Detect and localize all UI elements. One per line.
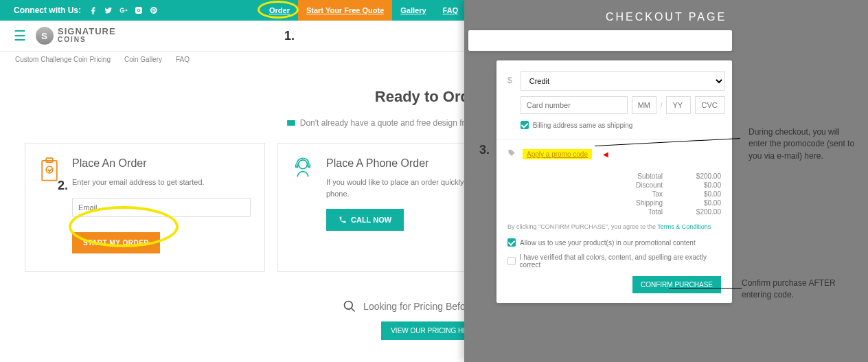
tax-value: $0.00 <box>683 190 721 198</box>
tax-label: Tax <box>608 190 663 198</box>
apply-promo-link[interactable]: Apply a promo code <box>523 149 592 159</box>
discount-value: $0.00 <box>683 181 721 189</box>
nav-order[interactable]: Order <box>261 0 298 21</box>
red-arrow-icon: ◀ <box>603 150 608 158</box>
card-order-title: Place An Order <box>72 157 251 170</box>
card-order-text: Enter your email address to get started. <box>72 177 251 188</box>
logo-coin-icon: S <box>36 27 54 45</box>
checkout-main-card: $ Credit / Billing address same as shipp… <box>496 60 732 303</box>
verified-checkbox[interactable]: I have verified that all colors, content… <box>507 253 721 269</box>
social-icons <box>89 6 158 14</box>
id-card-icon <box>286 118 296 128</box>
billing-same-checkbox[interactable]: Billing address same as shipping <box>521 121 726 129</box>
allow-promo-checkbox[interactable]: Allow us to use your product(s) in our p… <box>507 238 721 247</box>
step-number-1: 1. <box>284 29 295 43</box>
facebook-icon[interactable] <box>89 6 98 14</box>
shipping-value: $0.00 <box>683 199 721 207</box>
date-slash: / <box>661 102 663 109</box>
checkbox-on-icon <box>521 121 529 129</box>
subtotal-value: $200.00 <box>683 172 721 180</box>
payment-method-select[interactable]: Credit <box>521 71 726 91</box>
agree-text: By clicking "CONFIRM PURCHASE", you agre… <box>507 223 721 230</box>
svg-point-4 <box>345 301 353 309</box>
card-mm-input[interactable] <box>632 96 656 114</box>
logo-text-top: SIGNATURE <box>58 26 116 36</box>
search-icon <box>343 299 356 313</box>
checkout-top-card <box>468 30 732 51</box>
order-totals: Subtotal$200.00 Discount$0.00 Tax$0.00 S… <box>507 172 721 216</box>
dollar-icon: $ <box>507 71 512 85</box>
svg-point-3 <box>299 160 308 169</box>
phone-icon <box>339 216 347 224</box>
annotation-line-2 <box>669 288 742 289</box>
promo-row: Apply a promo code ◀ <box>507 149 721 159</box>
checkbox-on-icon <box>507 238 516 247</box>
card-number-input[interactable] <box>521 96 628 114</box>
googleplus-icon[interactable] <box>119 6 128 14</box>
nav-start-quote[interactable]: Start Your Free Quote <box>298 0 392 21</box>
nav-gallery[interactable]: Gallery <box>392 0 434 21</box>
checkbox-off-icon <box>507 257 516 265</box>
allow-promo-label: Allow us to use your product(s) in our p… <box>520 239 696 247</box>
logo-text-bottom: COINS <box>58 36 116 44</box>
terms-link[interactable]: Terms & Conditions <box>657 223 711 230</box>
place-order-card: Place An Order Enter your email address … <box>25 143 265 272</box>
verified-label: I have verified that all colors, content… <box>520 253 721 269</box>
step-number-3: 3. <box>479 143 490 157</box>
nav-faq[interactable]: FAQ <box>435 0 467 21</box>
pinterest-icon[interactable] <box>150 6 158 14</box>
confirm-purchase-button[interactable]: CONFIRM PURCHASE <box>632 276 721 293</box>
connect-group: Connect with Us: <box>14 5 158 15</box>
overlay-title: CHECKOUT PAGE <box>464 0 868 32</box>
twitter-icon[interactable] <box>104 6 113 14</box>
subtotal-label: Subtotal <box>608 172 663 180</box>
tag-icon <box>507 149 516 159</box>
bc-faq[interactable]: FAQ <box>176 56 190 63</box>
separator <box>496 139 732 139</box>
call-now-button[interactable]: CALL NOW <box>326 209 404 231</box>
email-input[interactable] <box>72 198 251 217</box>
start-my-order-button[interactable]: START MY ORDER <box>72 232 160 253</box>
step-number-2: 2. <box>58 179 68 193</box>
connect-label: Connect with Us: <box>14 5 81 15</box>
logo[interactable]: S SIGNATURECOINS <box>36 27 116 45</box>
annotation-promo: During checkout, you will enter the prom… <box>749 126 858 162</box>
card-yy-input[interactable] <box>666 96 691 114</box>
checkout-overlay: CHECKOUT PAGE 3. $ Credit / Billi <box>464 0 868 362</box>
call-now-label: CALL NOW <box>351 216 391 224</box>
shipping-label: Shipping <box>608 199 663 207</box>
hamburger-icon[interactable]: ☰ <box>14 27 26 44</box>
discount-label: Discount <box>608 181 663 189</box>
annotation-confirm: Confirm purchase AFTER entering code. <box>742 278 858 302</box>
clipboard-icon <box>39 157 60 253</box>
support-icon <box>292 157 314 253</box>
bc-pricing[interactable]: Custom Challenge Coin Pricing <box>15 56 111 63</box>
total-value: $200.00 <box>683 208 721 216</box>
total-label: Total <box>608 208 663 216</box>
instagram-icon[interactable] <box>135 6 143 14</box>
bc-gallery[interactable]: Coin Gallery <box>124 56 162 63</box>
billing-same-label: Billing address same as shipping <box>533 122 633 129</box>
card-cvc-input[interactable] <box>695 96 725 114</box>
subline-text: Don't already have a quote and free desi… <box>300 118 492 128</box>
